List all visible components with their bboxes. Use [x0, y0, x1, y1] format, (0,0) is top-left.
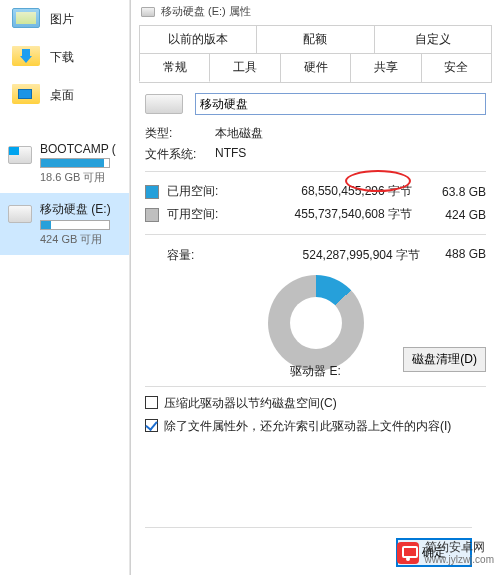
checkbox-icon[interactable] — [145, 419, 158, 432]
nav-desktop[interactable]: 桌面 — [0, 76, 129, 114]
tabs-bottom: 常规 工具 硬件 共享 安全 — [139, 53, 492, 83]
drive-small-icon — [141, 7, 155, 17]
drive-free: 18.6 GB 可用 — [40, 170, 121, 185]
tab-customize[interactable]: 自定义 — [374, 25, 492, 53]
capacity-bytes: 524,287,995,904 字节 — [225, 247, 426, 264]
checkbox-icon[interactable] — [145, 396, 158, 409]
tab-general[interactable]: 常规 — [139, 53, 210, 82]
desktop-icon — [12, 84, 40, 104]
nav-pictures[interactable]: 图片 — [0, 0, 129, 38]
drive-caption: 驱动器 E: — [290, 363, 341, 380]
drive-name: BOOTCAMP ( — [40, 142, 121, 156]
free-swatch-icon — [145, 208, 159, 222]
nav-label: 桌面 — [50, 87, 74, 104]
donut-icon — [268, 275, 364, 371]
free-bytes: 455,737,540,608 字节 — [233, 206, 418, 223]
drive-list: BOOTCAMP ( 18.6 GB 可用 移动硬盘 (E:) 424 GB 可… — [0, 134, 129, 255]
watermark: 简约安卓网 www.jylzwj.com — [397, 541, 494, 565]
filesystem-label: 文件系统: — [145, 146, 215, 163]
used-human: 63.8 GB — [426, 185, 486, 199]
disk-cleanup-button[interactable]: 磁盘清理(D) — [403, 347, 486, 372]
drive-name: 移动硬盘 (E:) — [40, 201, 121, 218]
tab-tools[interactable]: 工具 — [209, 53, 280, 82]
tabs-top: 以前的版本 配额 自定义 — [139, 25, 492, 54]
drive-icon — [8, 146, 32, 164]
usage-bar — [40, 220, 110, 230]
capacity-label: 容量: — [145, 247, 225, 264]
index-label: 除了文件属性外，还允许索引此驱动器上文件的内容(I) — [164, 418, 451, 435]
free-human: 424 GB — [426, 208, 486, 222]
nav-label: 下载 — [50, 49, 74, 66]
tab-sharing[interactable]: 共享 — [350, 53, 421, 82]
used-label: 已用空间: — [167, 183, 225, 200]
tab-hardware[interactable]: 硬件 — [280, 53, 351, 82]
type-label: 类型: — [145, 125, 215, 142]
pictures-icon — [12, 8, 40, 28]
capacity-row: 容量: 524,287,995,904 字节 488 GB — [145, 243, 486, 268]
dialog-title-bar[interactable]: 移动硬盘 (E:) 属性 — [131, 0, 500, 23]
usage-chart: 驱动器 E: 磁盘清理(D) — [145, 268, 486, 378]
watermark-name: 简约安卓网 — [425, 541, 494, 554]
drive-large-icon — [145, 94, 183, 114]
free-label: 可用空间: — [167, 206, 225, 223]
free-space-row: 可用空间: 455,737,540,608 字节 424 GB — [145, 203, 486, 226]
used-swatch-icon — [145, 185, 159, 199]
properties-dialog: 移动硬盘 (E:) 属性 以前的版本 配额 自定义 常规 工具 硬件 共享 安全… — [130, 0, 500, 575]
tab-quota[interactable]: 配额 — [256, 25, 374, 53]
watermark-logo-icon — [397, 542, 419, 564]
nav-label: 图片 — [50, 11, 74, 28]
capacity-human: 488 GB — [426, 247, 486, 264]
drive-icon — [8, 205, 32, 223]
drive-item-bootcamp[interactable]: BOOTCAMP ( 18.6 GB 可用 — [0, 134, 129, 193]
usage-bar — [40, 158, 110, 168]
watermark-url: www.jylzwj.com — [425, 554, 494, 565]
volume-name-input[interactable] — [195, 93, 486, 115]
type-value: 本地磁盘 — [215, 125, 263, 142]
nav-downloads[interactable]: 下载 — [0, 38, 129, 76]
general-tab-body: 类型: 本地磁盘 文件系统: NTFS 已用空间: 68,550,455,296… — [131, 83, 500, 451]
drive-free: 424 GB 可用 — [40, 232, 121, 247]
index-checkbox-row[interactable]: 除了文件属性外，还允许索引此驱动器上文件的内容(I) — [145, 418, 486, 435]
used-bytes: 68,550,455,296 字节 — [233, 183, 418, 200]
filesystem-value: NTFS — [215, 146, 246, 163]
drive-item-removable[interactable]: 移动硬盘 (E:) 424 GB 可用 — [0, 193, 129, 255]
compress-label: 压缩此驱动器以节约磁盘空间(C) — [164, 395, 337, 412]
used-space-row: 已用空间: 68,550,455,296 字节 63.8 GB — [145, 180, 486, 203]
downloads-icon — [12, 46, 40, 66]
compress-checkbox-row[interactable]: 压缩此驱动器以节约磁盘空间(C) — [145, 395, 486, 412]
explorer-nav-pane: 图片 下载 桌面 BOOTCAMP ( 18.6 GB 可用 移动硬盘 (E:)… — [0, 0, 130, 575]
tab-previous-versions[interactable]: 以前的版本 — [139, 25, 257, 53]
tab-security[interactable]: 安全 — [421, 53, 492, 82]
dialog-title: 移动硬盘 (E:) 属性 — [161, 4, 251, 19]
